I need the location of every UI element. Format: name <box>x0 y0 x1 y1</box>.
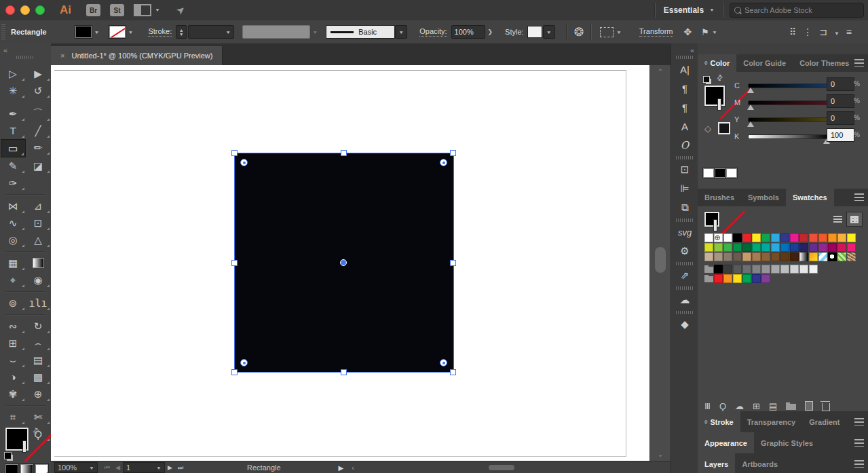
swatch[interactable] <box>733 243 742 252</box>
slider-track[interactable] <box>748 100 829 105</box>
opacity-link[interactable]: Opacity: <box>419 27 447 37</box>
swatch[interactable] <box>733 252 742 261</box>
eyedropper-tool[interactable]: ⌖ <box>1 271 26 288</box>
reflect-tool[interactable]: ⋈ <box>1 197 26 214</box>
width-tool[interactable]: ∿ <box>1 214 26 231</box>
paragraph-panel-icon[interactable]: ¶ <box>671 79 698 98</box>
list-view-button[interactable] <box>830 212 845 226</box>
dock-grid-icon[interactable]: ⠿ <box>789 26 803 37</box>
recolor-artwork-icon[interactable]: ❂ <box>574 25 584 39</box>
stroke-weight-stepper[interactable]: ▲▼ <box>176 25 187 39</box>
artboard-tool[interactable]: ⌗ <box>1 409 26 425</box>
libraries-panel-icon[interactable]: ◆ <box>671 315 698 334</box>
tab-graphic-styles[interactable]: Graphic Styles <box>754 432 820 453</box>
center-point[interactable] <box>340 259 347 266</box>
horizontal-scroll-thumb[interactable] <box>489 465 514 470</box>
swatch[interactable] <box>837 233 846 242</box>
column-graph-tool[interactable]: ılı <box>26 295 51 311</box>
mini-fill-stroke-icon[interactable] <box>703 76 710 83</box>
swatch-gradient[interactable] <box>809 252 818 261</box>
swatch[interactable] <box>771 233 780 242</box>
mesh-tool[interactable]: ▦ <box>1 254 26 271</box>
grid-view-button[interactable] <box>846 212 863 227</box>
swatch[interactable] <box>771 265 780 273</box>
prev-artboard-button[interactable]: ◀ <box>115 464 120 471</box>
slider-track[interactable] <box>748 117 829 122</box>
stroke-weight-dropdown[interactable]: ▼ <box>188 25 234 39</box>
show-kinds-icon[interactable]: Ϙ <box>719 401 726 411</box>
swatches-fill-indicator[interactable] <box>704 212 719 227</box>
paintbrush-tool[interactable]: ✏ <box>26 139 51 156</box>
collapse-diamond-icon[interactable]: ◊ <box>704 60 707 67</box>
swatch[interactable] <box>818 243 827 252</box>
slider-value-field[interactable]: 100 <box>827 128 854 142</box>
swatch[interactable] <box>809 233 818 242</box>
lasso-tool[interactable]: ↺ <box>26 82 51 99</box>
blend-tool[interactable]: ◉ <box>26 271 51 288</box>
swatch-none[interactable] <box>704 233 713 242</box>
canvas[interactable]: ⌃ ⌄ <box>51 65 671 461</box>
swatch-kinds-menu-icon[interactable]: ⊞ <box>753 401 760 411</box>
stroke-color-swatch[interactable] <box>109 26 126 38</box>
zoom-window-button[interactable] <box>35 5 45 15</box>
first-artboard-button[interactable]: ⏮ <box>105 464 110 472</box>
actions-panel-icon[interactable]: ⚙ <box>671 242 698 261</box>
corner-widget-bottom-right[interactable] <box>440 359 447 366</box>
handle-top-left[interactable] <box>231 150 238 156</box>
select-similar-objects-icon[interactable] <box>600 27 614 37</box>
handle-top-center[interactable] <box>341 150 347 156</box>
arrange-documents-chevron[interactable]: ▼ <box>155 7 160 12</box>
color-stroke-none-swatch[interactable] <box>718 99 721 110</box>
slider-thumb[interactable] <box>747 88 754 93</box>
out-of-gamut-cube-icon[interactable]: ◇ <box>704 124 711 134</box>
symbols-tool[interactable]: ✾ <box>1 385 26 402</box>
swap-fill-stroke-icon[interactable]: ⇄ <box>31 425 42 436</box>
search-input[interactable]: Search Adobe Stock <box>730 3 864 18</box>
type-tool[interactable]: T <box>1 122 26 139</box>
swatch[interactable] <box>752 265 761 273</box>
corner-widget-top-right[interactable] <box>440 159 447 166</box>
brush-definition-chevron[interactable]: ▼ <box>395 25 407 39</box>
creative-cloud-panel-icon[interactable]: ☁ <box>671 290 698 309</box>
free-transform-tool[interactable]: ⊡ <box>26 214 51 231</box>
handle-top-right[interactable] <box>450 150 456 156</box>
swatch-options-icon[interactable]: ▤ <box>769 401 777 411</box>
swatch[interactable] <box>799 265 808 273</box>
swatch[interactable] <box>723 252 732 261</box>
tab-transparency[interactable]: Transparency <box>740 411 803 432</box>
close-document-icon[interactable]: × <box>60 52 64 60</box>
bridge-button[interactable]: Br <box>86 4 100 16</box>
slider-thumb[interactable] <box>747 105 754 110</box>
swatch[interactable] <box>761 233 770 242</box>
collapse-dock-chevron[interactable]: « <box>690 46 694 54</box>
swatch[interactable] <box>752 233 761 242</box>
swatch[interactable] <box>723 265 732 273</box>
control-bar-grip[interactable] <box>1 24 5 39</box>
swatch[interactable] <box>733 274 742 283</box>
zoom-level-dropdown[interactable]: 100%▼ <box>54 462 98 473</box>
character-styles-panel-icon[interactable]: A <box>671 117 698 136</box>
swatch[interactable] <box>714 265 723 273</box>
artboard-number-dropdown[interactable]: 1▼ <box>123 462 165 473</box>
swatch[interactable] <box>714 243 723 252</box>
swatch[interactable] <box>828 243 837 252</box>
pathfinder-panel-icon[interactable]: ⧉ <box>671 198 698 217</box>
delete-swatch-icon[interactable] <box>822 403 830 411</box>
measure-tool[interactable]: ▤ <box>26 352 51 368</box>
swatches-stroke-indicator[interactable] <box>714 220 717 231</box>
swatch[interactable] <box>828 233 837 242</box>
arrange-flag-icon[interactable]: ⚑ <box>701 27 709 37</box>
tab-color[interactable]: ◊ Color <box>698 54 736 72</box>
collapse-tools-chevron[interactable]: « <box>3 46 7 54</box>
swatch[interactable] <box>799 233 808 242</box>
swatch[interactable] <box>723 233 732 242</box>
swatch[interactable] <box>723 274 732 283</box>
none-mode-button[interactable] <box>35 464 48 473</box>
swatches-panel-menu-icon[interactable] <box>854 193 864 201</box>
swap-colors-icon[interactable]: ⇄ <box>715 73 725 83</box>
share-rocket-icon[interactable]: ➤ <box>174 3 188 18</box>
swatch[interactable] <box>809 243 818 252</box>
strip-grip[interactable] <box>676 56 694 59</box>
swatch[interactable] <box>780 252 789 261</box>
swatch[interactable] <box>714 252 723 261</box>
